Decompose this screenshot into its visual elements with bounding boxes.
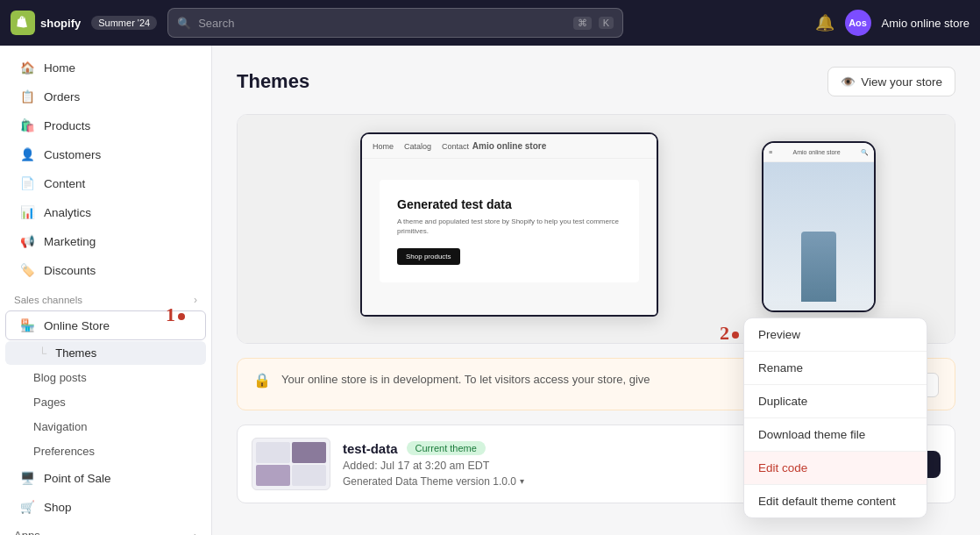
preview-mobile-nav: ≡ Amio online store 🔍 xyxy=(763,143,874,162)
shopify-text: shopify xyxy=(40,17,81,30)
preview-hero-title: Generated test data xyxy=(397,197,621,211)
preview-mobile: ≡ Amio online store 🔍 xyxy=(762,141,876,312)
theme-name-row: test-data Current theme xyxy=(343,441,802,456)
sidebar-label-discounts: Discounts xyxy=(44,264,96,277)
preview-desktop-nav: Home Catalog Contact Amio online store xyxy=(362,134,657,159)
sidebar-item-shop[interactable]: 🛒 Shop xyxy=(5,493,206,521)
main-layout: 🏠 Home 📋 Orders 🛍️ Products 👤 Customers … xyxy=(0,46,980,535)
sidebar-item-content[interactable]: 📄 Content xyxy=(5,169,206,197)
annotation-1-dot xyxy=(178,313,185,320)
mobile-menu-icon: ≡ xyxy=(769,149,772,155)
eye-icon: 👁️ xyxy=(841,75,856,89)
sidebar-label-preferences: Preferences xyxy=(33,445,95,458)
sidebar-item-customers[interactable]: 👤 Customers xyxy=(5,140,206,168)
sidebar-label-shop: Shop xyxy=(44,501,72,514)
dropdown-item-duplicate[interactable]: Duplicate xyxy=(744,385,927,417)
sales-channels-label: Sales channels xyxy=(14,295,82,305)
user-avatar[interactable]: Aos xyxy=(845,10,871,36)
sidebar-item-home[interactable]: 🏠 Home xyxy=(5,54,206,82)
notifications-icon[interactable]: 🔔 xyxy=(815,13,834,32)
sidebar-item-point-of-sale[interactable]: 🖥️ Point of Sale xyxy=(5,464,206,492)
shop-icon: 🛒 xyxy=(19,500,35,514)
search-bar[interactable]: 🔍 ⌘ K xyxy=(167,8,623,38)
sidebar-label-home: Home xyxy=(44,61,75,75)
content-icon: 📄 xyxy=(19,176,35,190)
sidebar-label-orders: Orders xyxy=(44,90,80,103)
nav-catalog: Catalog xyxy=(404,142,431,151)
thumb-block-4 xyxy=(292,465,326,486)
page-header: Themes 👁️ View your store xyxy=(237,67,955,96)
sidebar-label-pages: Pages xyxy=(33,396,66,409)
dropdown-menu: Preview Rename Duplicate Download theme … xyxy=(743,317,927,518)
mobile-figure xyxy=(801,232,836,302)
sidebar-label-content: Content xyxy=(44,177,85,190)
online-store-icon: 🏪 xyxy=(20,318,35,332)
current-theme-badge: Current theme xyxy=(407,441,486,455)
annotation-2-dot xyxy=(732,332,739,339)
search-icon: 🔍 xyxy=(177,17,191,30)
dropdown-item-download[interactable]: Download theme file xyxy=(744,418,927,451)
sidebar-label-blog-posts: Blog posts xyxy=(33,371,87,384)
sidebar-label-customers: Customers xyxy=(44,148,101,161)
theme-preview-card: Home Catalog Contact Amio online store G… xyxy=(237,114,955,344)
shopify-logo-icon xyxy=(11,11,35,35)
mobile-icons: 🔍 xyxy=(861,149,869,156)
preview-mobile-img xyxy=(763,162,874,310)
nav-home: Home xyxy=(373,142,394,151)
sidebar-item-blog-posts[interactable]: Blog posts xyxy=(5,366,206,389)
sidebar-item-marketing[interactable]: 📢 Marketing xyxy=(5,227,206,255)
dropdown-item-edit-default[interactable]: Edit default theme content xyxy=(744,485,927,517)
sidebar-label-themes: Themes xyxy=(55,346,96,360)
thumb-block-1 xyxy=(256,442,290,463)
preview-hero: Generated test data A theme and populate… xyxy=(380,180,639,282)
search-input[interactable] xyxy=(198,17,566,30)
thumb-block-3 xyxy=(256,465,290,486)
dropdown-item-preview[interactable]: Preview xyxy=(744,318,927,351)
sidebar-label-navigation: Navigation xyxy=(33,420,87,433)
dropdown-item-edit-code[interactable]: Edit code xyxy=(744,452,927,484)
marketing-icon: 📢 xyxy=(19,234,35,248)
discounts-icon: 🏷️ xyxy=(19,263,35,277)
sidebar-item-analytics[interactable]: 📊 Analytics xyxy=(5,198,206,226)
sidebar-label-marketing: Marketing xyxy=(44,235,96,248)
view-store-button[interactable]: 👁️ View your store xyxy=(827,67,955,96)
sales-channels-expand-icon[interactable]: › xyxy=(194,294,197,306)
preview-desktop: Home Catalog Contact Amio online store G… xyxy=(360,132,658,317)
sidebar-item-preferences[interactable]: Preferences xyxy=(5,439,206,463)
customers-icon: 👤 xyxy=(19,147,35,161)
preview-hero-text: A theme and populated test store by Shop… xyxy=(397,217,621,236)
search-shortcut-k: K xyxy=(599,17,614,29)
mobile-brand: Amio online store xyxy=(793,149,841,155)
topbar-right: 🔔 Aos Amio online store xyxy=(815,10,969,36)
theme-version[interactable]: Generated Data Theme version 1.0.0 ▾ xyxy=(343,475,802,488)
sidebar-item-themes[interactable]: └ Themes xyxy=(5,341,206,365)
sidebar-item-discounts[interactable]: 🏷️ Discounts xyxy=(5,256,206,284)
orders-icon: 📋 xyxy=(19,89,35,103)
pos-icon: 🖥️ xyxy=(19,471,35,485)
apps-section[interactable]: Apps › xyxy=(0,522,211,535)
analytics-icon: 📊 xyxy=(19,205,35,219)
dropdown-item-rename[interactable]: Rename xyxy=(744,352,927,384)
sidebar-label-online-store: Online Store xyxy=(44,319,110,332)
dev-notice-text: Your online store is in development. To … xyxy=(281,371,782,389)
apps-label: Apps xyxy=(14,529,40,535)
annotation-2: 2 xyxy=(720,322,739,345)
apps-expand-icon: › xyxy=(194,529,197,535)
shopify-logo[interactable]: shopify xyxy=(11,11,81,35)
sidebar-item-pages[interactable]: Pages xyxy=(5,390,206,414)
store-name: Amio online store xyxy=(882,17,969,30)
theme-preview-image: Home Catalog Contact Amio online store G… xyxy=(238,115,955,343)
sidebar-item-products[interactable]: 🛍️ Products xyxy=(5,111,206,139)
sidebar-item-navigation[interactable]: Navigation xyxy=(5,415,206,439)
theme-info: test-data Current theme Added: Jul 17 at… xyxy=(343,441,802,488)
sidebar-label-products: Products xyxy=(44,119,90,132)
theme-added-date: Added: Jul 17 at 3:20 am EDT xyxy=(343,460,802,472)
nav-contact: Contact xyxy=(442,142,469,151)
version-chevron-icon: ▾ xyxy=(520,476,524,486)
theme-thumbnail xyxy=(252,438,330,490)
search-shortcut-cmd: ⌘ xyxy=(573,17,592,30)
preview-hero-button: Shop products xyxy=(397,248,460,265)
thumb-block-2 xyxy=(292,442,326,463)
content-area: Themes 👁️ View your store Home Catalog C… xyxy=(212,46,980,535)
sidebar-item-orders[interactable]: 📋 Orders xyxy=(5,82,206,111)
